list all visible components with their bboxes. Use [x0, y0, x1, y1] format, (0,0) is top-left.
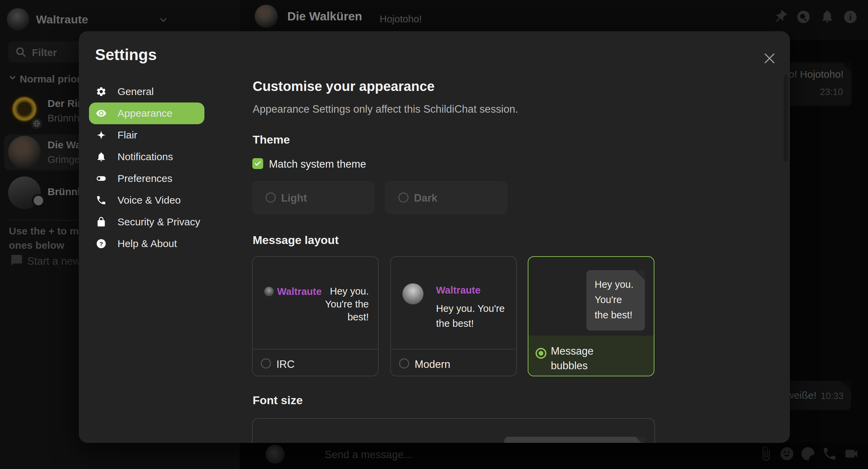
layout-option-label: Modern	[415, 358, 450, 371]
room-subtitle: Brünnhi	[48, 113, 82, 124]
app-root: Waltraute Filter Normal priorit Der Rin …	[0, 0, 868, 469]
info-icon[interactable]: i	[843, 10, 858, 24]
lock-icon	[96, 216, 107, 228]
match-system-theme-checkbox[interactable]	[252, 158, 263, 169]
theme-option-light[interactable]: Light	[252, 181, 375, 214]
radio-icon	[399, 358, 409, 369]
dialog-title: Settings	[95, 45, 157, 64]
close-icon[interactable]	[762, 51, 777, 66]
nav-item-flair[interactable]: Flair	[89, 124, 204, 146]
nav-label: Appearance	[117, 108, 173, 119]
room-title[interactable]: Der Rin	[48, 98, 84, 109]
sample-message: Hey you. You're the best!	[436, 301, 517, 331]
sample-bubble: Hey you. You're the best!	[586, 270, 645, 331]
nav-item-help-about[interactable]: ? Help & About	[89, 233, 204, 255]
message-layout-section-label: Message layout	[253, 233, 339, 247]
toggle-icon	[96, 173, 107, 184]
sparkle-icon	[96, 129, 107, 141]
nav-label: Flair	[117, 129, 137, 141]
message-text: weiße!	[786, 390, 816, 401]
theme-option-label: Light	[281, 192, 307, 204]
nav-item-voice-video[interactable]: Voice & Video	[89, 189, 204, 211]
nav-label: Preferences	[117, 173, 173, 184]
globe-badge-icon	[31, 118, 42, 129]
settings-dialog: Settings General Appearance Fla	[79, 31, 790, 443]
filter-placeholder: Filter	[32, 47, 57, 58]
nav-item-security-privacy[interactable]: Security & Privacy	[89, 211, 204, 233]
radio-selected-icon	[536, 348, 546, 359]
room-header-topic[interactable]: Hojotoho!	[380, 14, 422, 25]
sticker-icon[interactable]	[800, 446, 816, 462]
radio-icon	[261, 358, 271, 369]
section-subheading: Appearance Settings only affect this Sch…	[253, 103, 518, 115]
sample-username: Waltraute	[277, 286, 322, 297]
nav-label: Voice & Video	[117, 194, 181, 206]
avatar[interactable]	[255, 5, 278, 28]
nav-item-notifications[interactable]: Notifications	[89, 146, 204, 168]
room-subtitle: Grimge	[48, 154, 80, 165]
avatar[interactable]	[7, 8, 29, 31]
room-header-title[interactable]: Die Walküren	[287, 10, 362, 23]
avatar	[266, 445, 285, 464]
nav-label: Security & Privacy	[117, 216, 200, 228]
attachment-icon[interactable]	[758, 446, 774, 462]
theme-option-label: Dark	[414, 192, 437, 204]
gear-icon	[96, 86, 107, 97]
avatar	[402, 283, 423, 304]
avatar[interactable]	[8, 136, 41, 168]
dialog-scrollbar[interactable]	[784, 75, 788, 162]
sample-username: Waltraute	[436, 285, 481, 296]
voice-call-icon[interactable]	[822, 446, 837, 462]
match-system-theme-label[interactable]: Match system theme	[269, 158, 366, 170]
nav-item-appearance[interactable]: Appearance	[89, 102, 204, 124]
search-icon[interactable]	[796, 10, 811, 24]
room-section-label[interactable]: Normal priorit	[20, 73, 87, 85]
section-heading: Customise your appearance	[253, 79, 435, 94]
nav-label: Help & About	[117, 238, 177, 249]
layout-option-message-bubbles[interactable]: Hey you. You're the best! Message bubble…	[528, 256, 654, 376]
font-size-section-label: Font size	[253, 394, 303, 407]
sample-bubble: Hey you. You're the best!	[504, 437, 646, 443]
sample-message: Hey you. You're the best!	[595, 277, 637, 323]
theme-option-dark[interactable]: Dark	[385, 181, 508, 214]
nav-item-preferences[interactable]: Preferences	[89, 168, 204, 189]
message-text: o! Hojotoho!	[789, 69, 844, 80]
svg-text:?: ?	[100, 241, 103, 247]
sample-message: Hey you. You're the best!	[317, 285, 369, 323]
message-time: 10:33	[820, 391, 844, 401]
nav-label: Notifications	[117, 151, 173, 163]
svg-text:i: i	[849, 12, 851, 22]
layout-option-irc[interactable]: Waltraute Hey you. You're the best! IRC	[252, 256, 379, 376]
bell-icon[interactable]	[820, 9, 835, 24]
chat-bubble-icon	[10, 254, 23, 267]
sidebar-hint: Use the + to mak ones below	[9, 224, 90, 252]
nav-item-general[interactable]: General	[89, 81, 204, 102]
emoji-icon[interactable]	[779, 446, 795, 462]
layout-option-modern[interactable]: Waltraute Hey you. You're the best! Mode…	[390, 256, 517, 376]
avatar	[264, 287, 274, 296]
search-icon	[15, 46, 26, 58]
chevron-down-icon[interactable]	[8, 73, 17, 82]
radio-icon	[266, 192, 276, 203]
account-name[interactable]: Waltraute	[36, 13, 88, 26]
nav-label: General	[117, 86, 154, 97]
video-call-icon[interactable]	[844, 446, 859, 462]
question-circle-icon: ?	[96, 238, 107, 249]
room-title[interactable]: Brünnh	[48, 186, 84, 198]
layout-option-label: IRC	[276, 358, 294, 371]
selected-option-footer: Message bubbles	[528, 336, 654, 376]
room-title[interactable]: Die Wa	[48, 139, 81, 151]
composer-input[interactable]: Send a message...	[325, 449, 413, 461]
radio-icon	[398, 192, 409, 203]
chevron-down-icon[interactable]	[158, 15, 168, 25]
phone-icon	[96, 194, 107, 206]
bell-icon	[96, 151, 107, 163]
presence-badge	[32, 194, 45, 207]
layout-option-label: Message bubbles	[551, 344, 619, 373]
eye-icon	[96, 108, 107, 119]
settings-nav: General Appearance Flair Notifications	[89, 81, 204, 255]
theme-section-label: Theme	[253, 133, 290, 146]
message-time: 23:10	[820, 87, 843, 97]
font-size-preview-card: Hey you. You're the best!	[252, 418, 655, 443]
